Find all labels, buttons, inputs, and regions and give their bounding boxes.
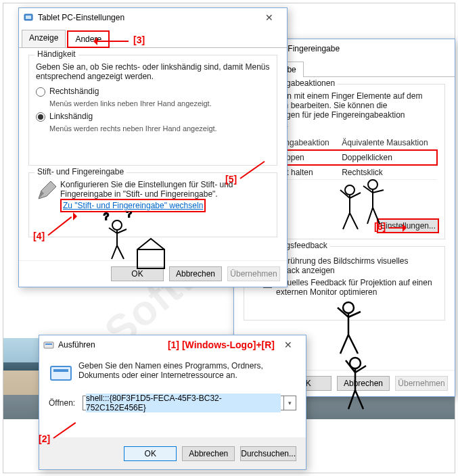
run-large-icon bbox=[49, 361, 78, 387]
group-legend-pen: Stift- und Fingereingabe bbox=[35, 167, 127, 176]
close-icon[interactable]: ✕ bbox=[256, 9, 283, 26]
radio-desc: Menüs werden links neben Ihrer Hand ange… bbox=[49, 99, 270, 108]
browse-button[interactable]: Durchsuchen... bbox=[240, 446, 296, 461]
annotation-1: [1] [Windows-Logo]+[R] bbox=[168, 339, 275, 350]
cancel-button[interactable]: Abbrechen bbox=[337, 376, 390, 391]
open-input[interactable]: shell:::{80F3F1D5-FECA-45F3-BC32-752C152… bbox=[83, 396, 284, 410]
pen-large-icon bbox=[36, 180, 60, 204]
window-title: Ausführen bbox=[58, 340, 158, 350]
window-tablet-settings: Tablet PC-Einstellungen ✕ Anzeige Andere… bbox=[18, 7, 288, 287]
pen-desc: Konfigurieren Sie die Einstellungen für … bbox=[60, 180, 270, 199]
tabstrip: Anzeige Andere bbox=[19, 27, 287, 48]
radio-label: Rechtshändig bbox=[49, 87, 270, 96]
titlebar[interactable]: Ausführen [1] [Windows-Logo]+[R] ✕ bbox=[39, 335, 306, 354]
hand-intro: Geben Sie an, ob Sie rechts- oder linksh… bbox=[36, 62, 270, 81]
svg-rect-1 bbox=[26, 16, 31, 19]
pen-link[interactable]: Zu "Stift- und Fingereingabe" wechseln bbox=[60, 199, 206, 212]
cancel-button[interactable]: Abbrechen bbox=[169, 266, 222, 281]
annotation-6: [6] bbox=[374, 221, 386, 232]
radio-right-handed[interactable]: Rechtshändig bbox=[36, 87, 270, 97]
svg-rect-4 bbox=[51, 366, 71, 380]
tab-display[interactable]: Anzeige bbox=[22, 30, 66, 47]
run-icon bbox=[43, 339, 54, 350]
radio-icon bbox=[36, 87, 45, 97]
arrow-head-icon bbox=[75, 216, 76, 217]
settings-button[interactable]: Einstellungen... bbox=[377, 218, 439, 233]
open-label: Öffnen: bbox=[49, 398, 83, 408]
ok-button[interactable]: OK bbox=[111, 266, 164, 281]
titlebar[interactable]: Tablet PC-Einstellungen ✕ bbox=[19, 8, 287, 27]
ok-button[interactable]: OK bbox=[124, 446, 177, 461]
run-desc: Geben Sie den Namen eines Programms, Ord… bbox=[78, 361, 296, 387]
apply-button[interactable]: Übernehmen bbox=[227, 266, 280, 281]
svg-rect-2 bbox=[44, 342, 53, 348]
window-title: Tablet PC-Einstellungen bbox=[38, 13, 256, 22]
window-run: Ausführen [1] [Windows-Logo]+[R] ✕ Geben… bbox=[39, 335, 306, 470]
annotation-4: [4] bbox=[33, 231, 45, 241]
apply-button[interactable]: Übernehmen bbox=[395, 376, 448, 391]
col-mouse: Äquivalente Mausaktion bbox=[338, 136, 437, 150]
annotation-5: [5] bbox=[225, 174, 237, 185]
cancel-button[interactable]: Abbrechen bbox=[182, 446, 235, 461]
close-icon[interactable]: ✕ bbox=[275, 336, 302, 354]
group-legend-hand: Händigkeit bbox=[35, 49, 78, 59]
radio-label: Linkshändig bbox=[49, 112, 270, 121]
radio-left-handed[interactable]: Linkshändig bbox=[36, 112, 270, 122]
svg-rect-3 bbox=[45, 343, 52, 345]
arrow-icon bbox=[95, 41, 129, 42]
arrow-icon bbox=[389, 227, 405, 229]
annotation-3: [3] bbox=[133, 34, 145, 45]
radio-icon bbox=[36, 112, 45, 122]
tablet-icon bbox=[23, 12, 34, 23]
tab-other[interactable]: Andere bbox=[67, 30, 110, 48]
input-value: shell:::{80F3F1D5-FECA-45F3-BC32-752C152… bbox=[86, 394, 281, 412]
cb-label: Visuelles Feedback für Projektion auf ei… bbox=[276, 278, 438, 297]
svg-rect-5 bbox=[53, 369, 68, 372]
dropdown-icon[interactable]: ▾ bbox=[284, 396, 296, 410]
annotation-2: [2] bbox=[39, 433, 50, 444]
radio-desc: Menüs werden rechts neben Ihrer Hand ang… bbox=[49, 124, 270, 133]
cb-label: Bei Berührung des Bildschirms visuelles … bbox=[264, 256, 438, 275]
